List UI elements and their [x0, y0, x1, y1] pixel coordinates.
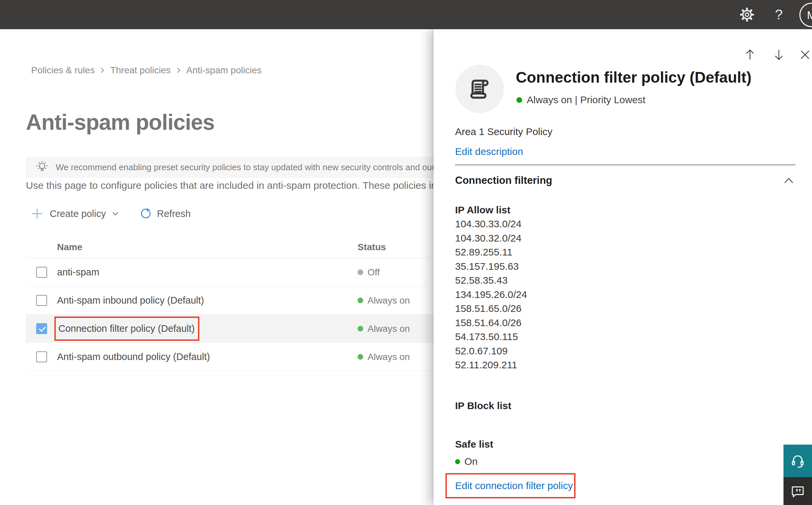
refresh-button[interactable]: Refresh [140, 208, 191, 220]
safe-list-status: On [455, 456, 478, 467]
top-app-bar: ? M [0, 0, 812, 29]
create-policy-button[interactable]: Create policy [31, 208, 119, 220]
status-label: Always on [368, 352, 410, 362]
help-icon[interactable]: ? [769, 0, 789, 29]
breadcrumb-threat-policies[interactable]: Threat policies [110, 65, 171, 76]
feedback-bubble-icon [790, 483, 805, 499]
chevron-right-icon [100, 66, 105, 74]
status-dot-off [358, 270, 363, 275]
edit-description-link[interactable]: Edit description [455, 146, 523, 157]
table-row-anti-spam[interactable]: anti-spam Off [26, 258, 437, 286]
table-row-outbound-policy[interactable]: Anti-spam outbound policy (Default) Alwa… [26, 343, 437, 371]
status-dot-on [455, 459, 460, 464]
status-dot-on [358, 354, 363, 360]
divider [455, 165, 795, 165]
flyout-status: Always on | Priority Lowest [517, 94, 645, 106]
breadcrumb-anti-spam-policies[interactable]: Anti-spam policies [186, 65, 262, 76]
breadcrumb: Policies & rules Threat policies Anti-sp… [31, 65, 262, 76]
column-header-name[interactable]: Name [57, 242, 82, 252]
status-dot-on [358, 298, 363, 303]
status-text: Always on | Priority Lowest [527, 94, 645, 106]
chevron-right-icon [176, 66, 181, 74]
policy-name: Anti-spam inbound policy (Default) [57, 286, 204, 315]
question-mark-glyph: ? [775, 7, 783, 23]
refresh-label: Refresh [157, 208, 191, 219]
status-dot-on [517, 97, 522, 103]
ip-entry: 52.0.67.109 [455, 344, 527, 358]
row-checkbox[interactable] [36, 295, 47, 306]
ip-entry: 52.58.35.43 [455, 274, 527, 288]
row-checkbox-checked[interactable] [36, 323, 47, 334]
gear-icon [739, 7, 755, 22]
edit-policy-highlight-box: Edit connection filter policy [445, 473, 576, 498]
policy-description: Area 1 Security Policy [455, 126, 552, 137]
ip-entry: 158.51.64.0/26 [455, 316, 527, 330]
status-cell: Always on [358, 315, 410, 343]
close-icon [799, 48, 811, 61]
lightbulb-icon [35, 160, 49, 174]
flyout-title: Connection filter policy (Default) [516, 68, 751, 86]
arrow-up-icon [744, 48, 756, 61]
breadcrumb-policies-rules[interactable]: Policies & rules [31, 65, 94, 76]
table-header-row: Name Status [26, 232, 437, 258]
ip-block-list-heading: IP Block list [455, 400, 512, 411]
ip-entry: 54.173.50.115 [455, 330, 527, 344]
status-label: Off [368, 267, 380, 278]
account-avatar[interactable]: M [799, 3, 812, 27]
ip-allow-list-heading: IP Allow list [455, 204, 511, 216]
table-row-inbound-policy[interactable]: Anti-spam inbound policy (Default) Alway… [26, 286, 437, 315]
ip-entry: 134.195.26.0/24 [455, 288, 527, 302]
avatar-initial: M [807, 9, 812, 22]
section-heading: Connection filtering [455, 175, 552, 186]
policy-name: Connection filter policy (Default) [58, 323, 195, 334]
policies-table: Name Status anti-spam Off Anti-spam inbo… [26, 232, 437, 371]
banner-text: We recommend enabling preset security po… [56, 162, 473, 173]
ip-entry: 104.30.33.0/24 [455, 217, 527, 231]
create-policy-label: Create policy [50, 208, 106, 219]
plus-icon [31, 208, 43, 220]
refresh-icon [140, 208, 152, 220]
next-item-button[interactable] [773, 48, 785, 61]
policy-name-highlighted: Connection filter policy (Default) [54, 317, 199, 341]
chevron-down-icon [112, 210, 119, 217]
connection-filtering-section-header[interactable]: Connection filtering [455, 175, 795, 186]
status-cell: Always on [358, 343, 410, 371]
ip-entry: 52.89.255.11 [455, 245, 527, 260]
status-dot-on [358, 326, 363, 331]
settings-gear-icon[interactable] [737, 0, 757, 29]
previous-item-button[interactable] [744, 48, 756, 61]
ip-entry: 158.51.65.0/26 [455, 302, 527, 316]
edit-connection-filter-policy-link[interactable]: Edit connection filter policy [455, 480, 573, 491]
status-cell: Off [358, 258, 380, 286]
row-checkbox[interactable] [36, 267, 47, 278]
column-header-status[interactable]: Status [358, 242, 386, 252]
table-row-connection-filter-policy[interactable]: Connection filter policy (Default) Alway… [26, 315, 437, 343]
safe-list-status-label: On [464, 456, 478, 467]
ip-allow-list: 104.30.33.0/24 104.30.32.0/24 52.89.255.… [455, 217, 527, 372]
policy-name: anti-spam [57, 258, 99, 286]
ip-entry: 35.157.195.63 [455, 260, 527, 274]
close-flyout-button[interactable] [799, 48, 811, 61]
policy-name: Anti-spam outbound policy (Default) [57, 343, 210, 371]
support-button[interactable] [784, 445, 812, 477]
page-title: Anti-spam policies [26, 110, 215, 135]
row-checkbox[interactable] [36, 351, 47, 362]
policy-icon-circle [455, 65, 504, 113]
ip-entry: 52.11.209.211 [455, 358, 527, 372]
chevron-up-icon [784, 177, 794, 184]
command-bar: Create policy Refresh [31, 205, 191, 222]
policy-details-flyout: Connection filter policy (Default) Alway… [433, 29, 812, 505]
arrow-down-icon [773, 48, 785, 61]
status-label: Always on [368, 295, 410, 306]
headset-icon [790, 453, 806, 469]
status-cell: Always on [358, 286, 410, 315]
scroll-policy-icon [466, 76, 493, 102]
status-label: Always on [368, 324, 410, 334]
safe-list-heading: Safe list [455, 439, 493, 450]
ip-entry: 104.30.32.0/24 [455, 231, 527, 245]
feedback-button[interactable] [784, 477, 812, 505]
